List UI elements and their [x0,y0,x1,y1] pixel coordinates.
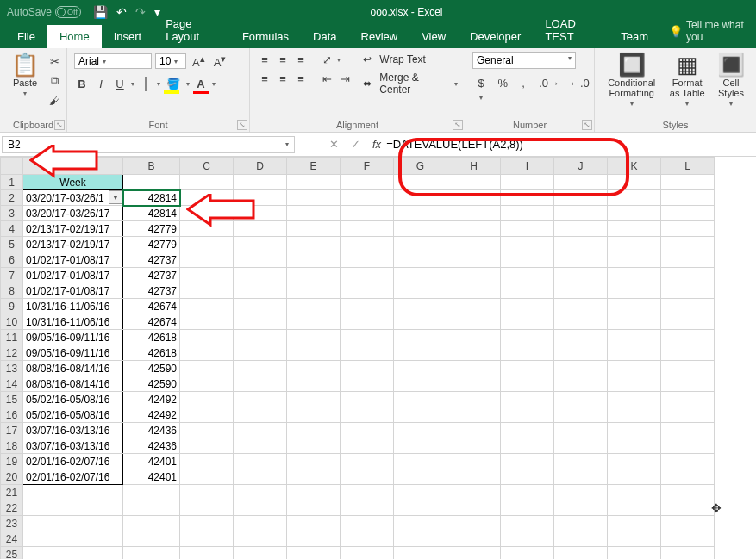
cell[interactable] [661,299,715,314]
cell[interactable]: 42618 [123,330,180,345]
dialog-launcher-icon[interactable]: ⤡ [237,120,247,130]
cell[interactable] [608,206,661,221]
cell[interactable] [554,469,608,485]
cell[interactable] [501,423,554,438]
cell[interactable] [447,454,501,469]
cell[interactable] [394,221,447,237]
cell[interactable] [394,314,447,330]
increase-decimal-icon[interactable]: .0→ [536,75,561,104]
tab-insert[interactable]: Insert [102,25,154,48]
cell[interactable]: 03/07/16-03/13/16 [23,438,123,454]
column-header[interactable]: K [608,158,661,175]
cell[interactable] [180,531,234,547]
cell[interactable] [501,345,554,361]
cell[interactable] [394,531,447,547]
cell[interactable] [608,314,661,330]
copy-icon[interactable]: ⧉ [47,72,63,90]
cell[interactable] [661,314,715,330]
cell[interactable] [287,299,341,314]
cell[interactable] [234,454,287,469]
cell[interactable] [394,485,447,500]
align-middle-icon[interactable]: ≡ [275,52,291,68]
decrease-indent-icon[interactable]: ⇤ [319,71,334,87]
cell[interactable] [234,283,287,299]
cell[interactable] [394,376,447,392]
cell[interactable] [554,206,608,221]
cell[interactable] [234,547,287,560]
column-header[interactable]: J [554,158,608,175]
cell[interactable] [661,500,715,516]
name-box[interactable]: B2 ▾ [2,136,295,153]
row-header[interactable]: 3 [1,206,23,221]
cell[interactable] [180,485,234,500]
cell[interactable] [501,314,554,330]
cell[interactable] [554,268,608,283]
cell[interactable] [554,376,608,392]
cell[interactable] [287,175,341,190]
cell[interactable] [608,531,661,547]
cell[interactable] [608,330,661,345]
cell[interactable] [661,206,715,221]
tab-data[interactable]: Data [301,25,348,48]
cell[interactable] [341,500,394,516]
cell[interactable]: Week [23,175,123,190]
cell[interactable] [447,190,501,206]
cell[interactable] [608,345,661,361]
cell[interactable] [341,454,394,469]
cell[interactable] [501,206,554,221]
cell[interactable] [341,283,394,299]
cell[interactable]: 08/08/16-08/14/16 [23,376,123,392]
cell[interactable] [608,438,661,454]
cell[interactable]: 09/05/16-09/11/16 [23,330,123,345]
cell[interactable] [608,268,661,283]
cell[interactable] [608,361,661,376]
cell[interactable] [23,500,123,516]
cell[interactable] [554,237,608,252]
cell[interactable] [608,423,661,438]
comma-format-button[interactable]: , [515,75,531,104]
cell[interactable] [287,190,341,206]
cell[interactable] [661,547,715,560]
cell[interactable] [447,423,501,438]
cell[interactable] [234,531,287,547]
cell[interactable] [447,221,501,237]
cancel-formula-icon[interactable]: ✕ [329,138,339,151]
cell[interactable] [287,438,341,454]
cell[interactable] [341,206,394,221]
cell[interactable] [501,454,554,469]
cell[interactable] [447,547,501,560]
cell[interactable] [608,485,661,500]
cell[interactable] [394,252,447,268]
cell[interactable] [608,299,661,314]
dialog-launcher-icon[interactable]: ⤡ [582,120,592,130]
cell[interactable] [287,531,341,547]
cell[interactable] [554,314,608,330]
row-header[interactable]: 10 [1,314,23,330]
cell[interactable]: 01/02/17-01/08/17 [23,268,123,283]
cell[interactable] [123,516,180,531]
cell[interactable] [234,423,287,438]
cell[interactable] [661,221,715,237]
cell-styles-button[interactable]: 🔳 Cell Styles▾ [713,52,749,109]
row-header[interactable]: 21 [1,485,23,500]
cell[interactable] [608,283,661,299]
fill-color-button[interactable]: 🪣 [164,76,183,92]
cell[interactable] [447,237,501,252]
decrease-decimal-icon[interactable]: ←.0 [566,75,591,104]
cell[interactable] [287,469,341,485]
cell[interactable] [287,454,341,469]
cell[interactable] [180,175,234,190]
orientation-icon[interactable]: ⤢ [319,52,334,68]
cell[interactable]: 42737 [123,268,180,283]
tab-home[interactable]: Home [47,25,102,48]
cell[interactable] [341,175,394,190]
cell[interactable] [447,175,501,190]
cell[interactable] [501,376,554,392]
cell[interactable] [234,330,287,345]
cell[interactable] [447,376,501,392]
underline-button[interactable]: U [112,76,128,92]
cell[interactable] [287,516,341,531]
worksheet-grid[interactable]: ABCDEFGHIJKL 1Week203/20/17-03/26/142814… [0,157,756,559]
cell[interactable] [287,361,341,376]
cell[interactable] [341,330,394,345]
